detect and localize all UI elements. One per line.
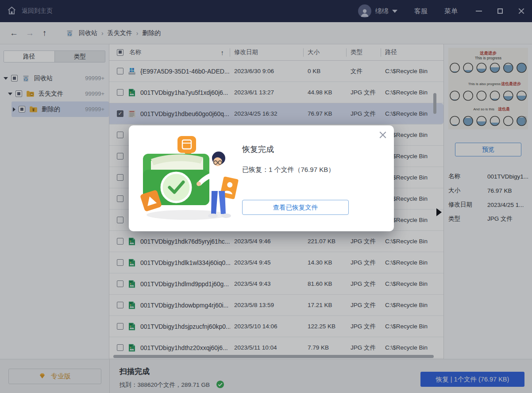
recovery-complete-dialog: 恢复完成 已恢复：1 个文件（76.97 KB） 查看已恢复文件 xyxy=(129,125,394,231)
dialog-close-icon[interactable] xyxy=(379,131,387,139)
dialog-title: 恢复完成 xyxy=(242,144,274,155)
dialog-message: 已恢复：1 个文件（76.97 KB） xyxy=(242,166,335,174)
app-window: 返回到主页 绵绵 客服 菜单 ← → ↑ 回收站›丢失文件›删除的 筛选 xyxy=(0,0,532,393)
view-recovered-files-button[interactable]: 查看已恢复文件 xyxy=(242,200,349,215)
recovery-illustration xyxy=(139,135,240,222)
